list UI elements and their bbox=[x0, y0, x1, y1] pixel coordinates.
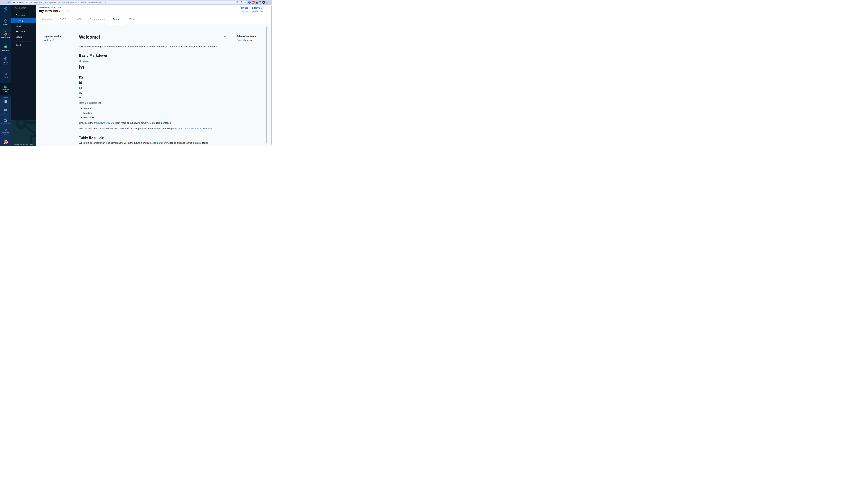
sidebar-label: Cloud Costs bbox=[2, 49, 9, 51]
entity-tabbar: Overview CI/CD API Dependencies Docs Tod… bbox=[36, 14, 272, 24]
text: You can also learn more about how to con… bbox=[79, 127, 175, 130]
browser-toolbar: ← → qa.harness.io/ng/account/px7xd_BFRCi… bbox=[0, 0, 272, 5]
window-scrollbar-track bbox=[271, 5, 272, 146]
lifecycle-meta[interactable]: Lifecycle production bbox=[252, 6, 262, 13]
browser-back-button[interactable]: ← bbox=[1, 0, 4, 5]
tab-overview[interactable]: Overview bbox=[42, 18, 52, 21]
module-nav-catalog[interactable]: Catalog bbox=[11, 18, 36, 23]
section-heading-table-example: Table Example bbox=[79, 135, 104, 140]
bookmark-star-button[interactable]: ☆ bbox=[243, 1, 247, 4]
browser-profile-avatar[interactable] bbox=[265, 1, 269, 4]
section-heading-basic-markdown: Basic Markdown bbox=[79, 53, 107, 58]
lifecycle-label: Lifecycle bbox=[252, 6, 262, 10]
sidebar-label: Home bbox=[4, 11, 7, 13]
sidebar-item-service-reliability[interactable]: Service Reliability bbox=[0, 57, 11, 65]
sidebar-item-developer-portal[interactable]: Developer Portal bbox=[0, 84, 11, 92]
browser-forward-button[interactable]: → bbox=[4, 0, 7, 5]
tab-cicd[interactable]: CI/CD bbox=[60, 18, 66, 21]
browser-reload-button[interactable] bbox=[7, 0, 11, 5]
sidebar-label: Chaos bbox=[4, 77, 8, 78]
module-nav-overview[interactable]: Overview bbox=[11, 13, 36, 18]
sidebar-item-dashboards[interactable]: DASHBOARDS bbox=[0, 119, 11, 124]
techdocs-paragraph: You can also learn more about how to con… bbox=[79, 127, 212, 130]
apps-grid-icon bbox=[4, 100, 7, 103]
heading-sample-h2: h2 bbox=[79, 75, 84, 80]
service-reliability-icon bbox=[4, 57, 8, 61]
reload-icon bbox=[8, 1, 10, 3]
text: to learn more about how to simply create… bbox=[112, 122, 172, 124]
owner-value[interactable]: team-a bbox=[241, 10, 248, 13]
browser-menu-kebab[interactable]: ⋮ bbox=[268, 0, 272, 5]
sidebar-scroll-up-button[interactable]: ▲ bbox=[0, 29, 11, 33]
tab-dependencies[interactable]: Dependencies bbox=[90, 18, 105, 21]
sidebar-item-cloud-costs[interactable]: $ Cloud Costs bbox=[0, 44, 11, 51]
module-nav-admin[interactable]: Admin bbox=[11, 43, 36, 48]
docs-nav-link-welcome[interactable]: Welcome! bbox=[44, 39, 54, 41]
gear-icon: ⚙ bbox=[4, 128, 7, 131]
extension-frame-button[interactable] bbox=[262, 1, 265, 4]
footer-eyebrow: INTERNAL DEVELOPER bbox=[14, 144, 34, 145]
toc-title: Table of contents bbox=[237, 35, 256, 37]
chevron-up-icon: ▲ bbox=[5, 30, 6, 32]
edit-docs-pencil-button[interactable]: ✎ bbox=[223, 35, 226, 38]
sidebar-collapse-handle[interactable] bbox=[3, 97, 8, 98]
sidebar-item-help[interactable]: ? HELP bbox=[0, 109, 11, 114]
address-bar[interactable]: qa.harness.io/ng/account/px7xd_BFRCi-pfW… bbox=[11, 1, 247, 4]
sidebar-item-home[interactable]: Home bbox=[0, 6, 11, 13]
share-button[interactable] bbox=[240, 1, 243, 4]
headings-label: Headings: bbox=[79, 60, 90, 62]
docs-nav-title: my-new-service bbox=[44, 35, 61, 37]
module-switcher-button[interactable] bbox=[2, 99, 9, 104]
text: . bbox=[212, 127, 212, 130]
lock-icon bbox=[13, 1, 15, 3]
bulleted-list-label: Here is a bulleted list: bbox=[79, 101, 101, 104]
markdown-guide-link[interactable]: Markdown Guide bbox=[94, 122, 112, 124]
toc-item-basic-markdown[interactable]: Basic Markdown bbox=[237, 39, 253, 41]
docs-scrollbar-thumb[interactable] bbox=[266, 27, 267, 143]
decor-circuit-stem bbox=[26, 121, 36, 124]
tab-docs[interactable]: Docs bbox=[113, 18, 119, 21]
chaos-icon bbox=[4, 72, 8, 76]
list-item: Item Three bbox=[83, 116, 94, 119]
heading-sample-h4: h4 bbox=[79, 86, 82, 89]
owner-meta[interactable]: Owner team-a bbox=[241, 6, 248, 13]
owner-label: Owner bbox=[241, 6, 248, 10]
extension-playlist-button[interactable] bbox=[258, 1, 262, 4]
sidebar-item-account-settings[interactable]: ⚙ ACCOUNT SETTINGS bbox=[0, 128, 11, 135]
techdocs-overview-link[interactable]: read up on the TechDocs Overview bbox=[175, 127, 212, 130]
lifecycle-value[interactable]: production bbox=[252, 10, 262, 13]
sidebar-label: ACCOUNT SETTINGS bbox=[1, 132, 11, 135]
sidebar-item-chaos[interactable]: Chaos bbox=[0, 72, 11, 78]
frame-icon bbox=[262, 1, 265, 4]
todoist-icon bbox=[252, 1, 255, 4]
module-nav-docs[interactable]: Docs bbox=[11, 24, 36, 28]
search-label: Search bbox=[19, 7, 26, 9]
extension-1password-button[interactable] bbox=[248, 1, 251, 4]
window-scrollbar-thumb[interactable] bbox=[271, 5, 272, 145]
sidebar-item-projects[interactable]: Projects bbox=[0, 19, 11, 25]
url-path: /ng/account/px7xd_BFRCi-pfWPYXVjvw/idp/c… bbox=[27, 1, 106, 3]
tab-todo[interactable]: Todo bbox=[129, 18, 134, 21]
markdown-guide-paragraph: Check out the Markdown Guide to learn mo… bbox=[79, 122, 172, 124]
module-search[interactable]: Search bbox=[11, 6, 36, 10]
tab-api[interactable]: API bbox=[77, 18, 81, 21]
search-icon bbox=[15, 7, 18, 9]
playlist-music-icon bbox=[259, 1, 261, 4]
module-nav-create[interactable]: Create bbox=[11, 35, 36, 39]
docs-content-area: my-new-service Welcome! Welcome! ✎ This … bbox=[36, 24, 271, 146]
svg-text:?: ? bbox=[5, 109, 6, 111]
footer-title: Portal bbox=[14, 146, 22, 146]
article-title: Welcome! bbox=[79, 34, 100, 40]
favorite-star-button[interactable]: ☆ bbox=[67, 9, 70, 12]
sidebar-divider-band bbox=[0, 96, 11, 99]
dashboards-icon bbox=[4, 119, 7, 122]
user-avatar[interactable]: HM bbox=[4, 140, 8, 144]
sidebar-label: Developer Portal bbox=[1, 89, 10, 92]
extension-todoist-button[interactable] bbox=[252, 1, 255, 4]
module-sidebar-footer: INTERNAL DEVELOPER Portal bbox=[11, 120, 36, 146]
list-item: Item two bbox=[83, 112, 92, 114]
module-nav-api-docs[interactable]: API Docs bbox=[11, 29, 36, 34]
extensions-menu-button[interactable] bbox=[255, 1, 258, 4]
zoom-page-button[interactable] bbox=[236, 1, 239, 4]
text: Check out the bbox=[79, 122, 94, 124]
